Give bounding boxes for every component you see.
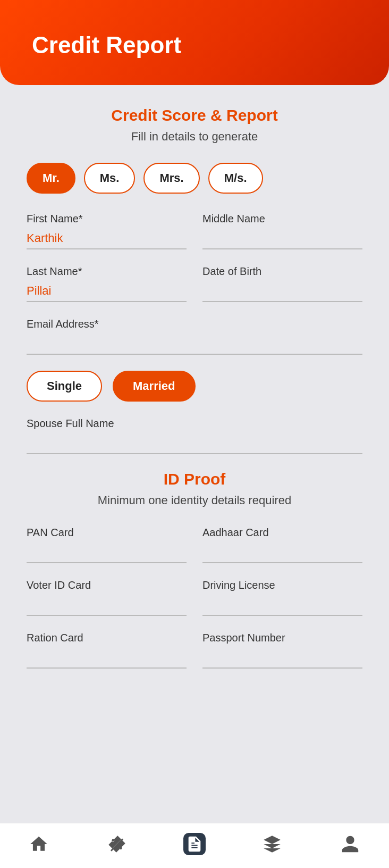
spouse-input[interactable] (27, 433, 362, 454)
pan-card-label: PAN Card (27, 527, 187, 539)
voter-id-group: Voter ID Card (27, 579, 187, 616)
voter-id-label: Voter ID Card (27, 579, 187, 591)
last-name-group: Last Name* (27, 265, 187, 302)
svg-point-0 (112, 839, 114, 842)
first-name-group: First Name* (27, 213, 187, 249)
id-proof-section: ID Proof Minimum one identity details re… (27, 470, 362, 685)
nav-profile[interactable] (339, 833, 361, 855)
marital-row: Single Married (27, 371, 362, 402)
pan-card-group: PAN Card (27, 527, 187, 563)
first-name-label: First Name* (27, 213, 187, 225)
middle-name-input[interactable] (202, 228, 362, 249)
driving-license-group: Driving License (202, 579, 362, 616)
email-input[interactable] (27, 333, 362, 355)
middle-name-label: Middle Name (202, 213, 362, 225)
driving-license-label: Driving License (202, 579, 362, 591)
marital-married[interactable]: Married (113, 371, 195, 402)
header: Credit Report (0, 0, 389, 85)
marital-single[interactable]: Single (27, 371, 102, 402)
id-proof-grid: PAN Card Aadhaar Card Voter ID Card Driv… (27, 527, 362, 685)
bottom-nav (0, 823, 389, 868)
nav-report[interactable] (183, 833, 206, 855)
salutation-ms[interactable]: Ms. (84, 163, 136, 194)
aadhaar-card-input[interactable] (202, 542, 362, 563)
report-icon (183, 833, 206, 855)
email-group: Email Address* (27, 318, 362, 355)
passport-number-label: Passport Number (202, 632, 362, 644)
offers-icon (106, 833, 128, 855)
form-section-title: Credit Score & Report (27, 106, 362, 124)
nav-offers[interactable] (106, 833, 128, 855)
last-name-input[interactable] (27, 281, 187, 302)
dob-input[interactable] (202, 281, 362, 302)
spouse-label: Spouse Full Name (27, 418, 362, 430)
svg-point-1 (119, 847, 122, 849)
ration-card-input[interactable] (27, 647, 187, 669)
salutation-ms2[interactable]: M/s. (208, 163, 263, 194)
first-name-input[interactable] (27, 228, 187, 249)
salutation-mr[interactable]: Mr. (27, 163, 75, 194)
nav-products[interactable] (261, 833, 283, 855)
nav-home[interactable] (28, 833, 50, 855)
email-label: Email Address* (27, 318, 362, 330)
passport-number-group: Passport Number (202, 632, 362, 669)
driving-license-input[interactable] (202, 595, 362, 616)
aadhaar-card-group: Aadhaar Card (202, 527, 362, 563)
salutation-row: Mr. Ms. Mrs. M/s. (27, 163, 362, 194)
dob-label: Date of Birth (202, 265, 362, 278)
home-icon (28, 833, 50, 855)
name-fields-grid: First Name* Middle Name Last Name* Date … (27, 213, 362, 318)
aadhaar-card-label: Aadhaar Card (202, 527, 362, 539)
main-content: Credit Score & Report Fill in details to… (0, 85, 389, 748)
passport-number-input[interactable] (202, 647, 362, 669)
salutation-mrs[interactable]: Mrs. (143, 163, 199, 194)
last-name-label: Last Name* (27, 265, 187, 278)
page-title: Credit Report (32, 32, 357, 59)
dob-group: Date of Birth (202, 265, 362, 302)
form-section-subtitle: Fill in details to generate (27, 130, 362, 144)
profile-icon (339, 833, 361, 855)
id-proof-title: ID Proof (27, 470, 362, 488)
id-proof-subtitle: Minimum one identity details required (27, 494, 362, 507)
products-icon (261, 833, 283, 855)
spouse-group: Spouse Full Name (27, 418, 362, 454)
pan-card-input[interactable] (27, 542, 187, 563)
ration-card-label: Ration Card (27, 632, 187, 644)
ration-card-group: Ration Card (27, 632, 187, 669)
voter-id-input[interactable] (27, 595, 187, 616)
middle-name-group: Middle Name (202, 213, 362, 249)
